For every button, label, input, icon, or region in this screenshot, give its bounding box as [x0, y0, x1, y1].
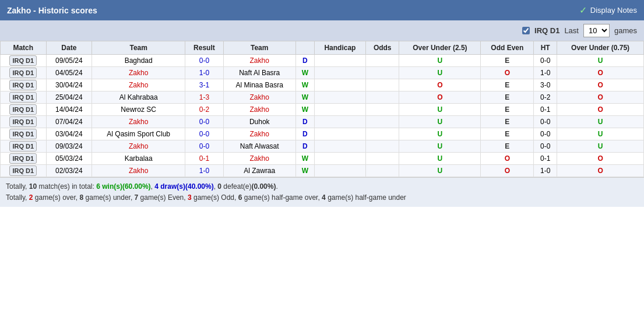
col-ou075: Over Under (0.75) [557, 41, 644, 55]
summary-matches-label: match(es) in total: [37, 182, 96, 191]
col-odds: Odds [365, 41, 399, 55]
table-body: IRQ D1 09/05/24 Baghdad 0-0 Zakho D U E … [1, 55, 644, 177]
cell-team1: Newroz SC [92, 104, 185, 116]
cell-team1: Al Qasim Sport Club [92, 128, 185, 140]
cell-oe: E [481, 116, 534, 128]
cell-team2: Al Zawraa [223, 165, 295, 177]
cell-score: 1-3 [185, 91, 223, 104]
cell-score: 1-0 [185, 165, 223, 177]
cell-ht: 0-0 [534, 128, 557, 140]
cell-handicap [314, 55, 365, 67]
cell-ou075: O [557, 165, 644, 177]
cell-ou25: O [399, 79, 481, 91]
summary-odd-games: 3 [188, 193, 192, 202]
cell-ou075: U [557, 55, 644, 67]
cell-result: W [295, 153, 314, 165]
cell-oe: O [481, 153, 534, 165]
page-title: Zakho - Historic scores [7, 6, 97, 15]
irqd1-checkbox[interactable] [522, 27, 530, 34]
table-row: IRQ D1 07/04/24 Zakho 0-0 Duhok D U E 0-… [1, 116, 644, 128]
cell-team2: Zakho [223, 91, 295, 104]
check-icon: ✓ [579, 5, 587, 16]
cell-team1: Zakho [92, 67, 185, 79]
cell-team1: Zakho [92, 165, 185, 177]
cell-score: 0-2 [185, 104, 223, 116]
cell-ou25: U [399, 104, 481, 116]
cell-league: IRQ D1 [1, 128, 47, 140]
cell-result: W [295, 79, 314, 91]
cell-team1: Al Kahrabaa [92, 91, 185, 104]
table-row: IRQ D1 30/04/24 Zakho 3-1 Al Minaa Basra… [1, 79, 644, 91]
summary-period: . [276, 182, 277, 191]
summary-wins: 6 [96, 182, 100, 191]
summary-draws-label: draw(s) [159, 182, 185, 191]
filter-bar: IRQ D1 Last 5 10 15 20 25 30 games [0, 20, 644, 41]
summary-over-label: game(s) over, [33, 193, 79, 202]
cell-ht: 0-0 [534, 55, 557, 67]
cell-odds [365, 116, 399, 128]
cell-ou075: O [557, 79, 644, 91]
cell-team2: Naft Alwasat [223, 140, 295, 153]
cell-ou075: U [557, 128, 644, 140]
cell-date: 14/04/24 [46, 104, 92, 116]
cell-date: 02/03/24 [46, 165, 92, 177]
cell-league: IRQ D1 [1, 104, 47, 116]
summary-wins-label: win(s) [100, 182, 122, 191]
cell-oe: O [481, 165, 534, 177]
cell-odds [365, 128, 399, 140]
cell-ou25: U [399, 128, 481, 140]
col-team1: Team [92, 41, 185, 55]
display-notes-container: ✓ Display Notes [579, 5, 637, 16]
header-bar: Zakho - Historic scores ✓ Display Notes [0, 0, 644, 20]
cell-score: 0-0 [185, 116, 223, 128]
cell-ou25: U [399, 140, 481, 153]
cell-team1: Zakho [92, 79, 185, 91]
cell-handicap [314, 128, 365, 140]
cell-odds [365, 67, 399, 79]
summary-total: 10 [29, 182, 37, 191]
col-date: Date [46, 41, 92, 55]
col-handicap: Handicap [314, 41, 365, 55]
cell-oe: E [481, 55, 534, 67]
summary-line1: Totally, 10 match(es) in total: 6 win(s)… [6, 181, 638, 192]
table-row: IRQ D1 03/04/24 Al Qasim Sport Club 0-0 … [1, 128, 644, 140]
cell-ht: 0-1 [534, 104, 557, 116]
cell-team2: Duhok [223, 116, 295, 128]
cell-ht: 3-0 [534, 79, 557, 91]
cell-result: D [295, 55, 314, 67]
summary-draws-pct: (40.00%) [185, 182, 214, 191]
table-row: IRQ D1 04/05/24 Zakho 1-0 Naft Al Basra … [1, 67, 644, 79]
cell-ou075: O [557, 91, 644, 104]
table-wrapper: Match Date Team Result Team Handicap Odd… [0, 41, 644, 177]
cell-oe: O [481, 67, 534, 79]
cell-league: IRQ D1 [1, 116, 47, 128]
cell-date: 03/04/24 [46, 128, 92, 140]
cell-oe: E [481, 91, 534, 104]
cell-ou25: U [399, 153, 481, 165]
summary-draws: 4 [154, 182, 159, 191]
cell-league: IRQ D1 [1, 55, 47, 67]
cell-team2: Zakho [223, 55, 295, 67]
cell-handicap [314, 153, 365, 165]
summary-under-label: game(s) under, [83, 193, 134, 202]
summary-bar: Totally, 10 match(es) in total: 6 win(s)… [0, 177, 644, 207]
table-row: IRQ D1 02/03/24 Zakho 1-0 Al Zawraa W U … [1, 165, 644, 177]
cell-oe: E [481, 128, 534, 140]
table-row: IRQ D1 09/05/24 Baghdad 0-0 Zakho D U E … [1, 55, 644, 67]
table-row: IRQ D1 05/03/24 Karbalaa 0-1 Zakho W U O… [1, 153, 644, 165]
cell-team1: Zakho [92, 140, 185, 153]
cell-league: IRQ D1 [1, 91, 47, 104]
cell-team1: Baghdad [92, 55, 185, 67]
cell-ou25: U [399, 165, 481, 177]
cell-team2: Zakho [223, 153, 295, 165]
cell-ht: 0-1 [534, 153, 557, 165]
cell-result: W [295, 104, 314, 116]
games-select[interactable]: 5 10 15 20 25 30 [583, 24, 610, 37]
cell-score: 0-0 [185, 55, 223, 67]
cell-date: 09/03/24 [46, 140, 92, 153]
cell-team2: Naft Al Basra [223, 67, 295, 79]
cell-team1: Karbalaa [92, 153, 185, 165]
cell-result: W [295, 165, 314, 177]
cell-result: D [295, 116, 314, 128]
cell-odds [365, 104, 399, 116]
